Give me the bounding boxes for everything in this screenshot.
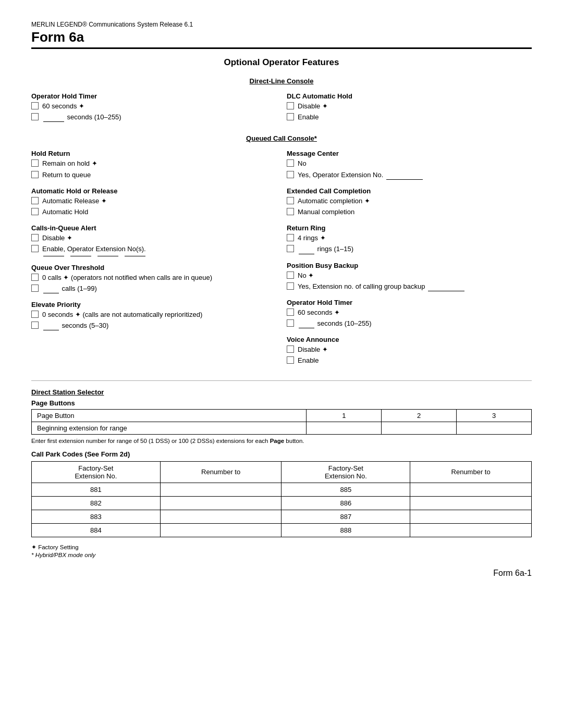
ep-checkbox-1[interactable] bbox=[31, 311, 39, 318]
pbb-no-checkbox[interactable] bbox=[287, 272, 294, 279]
blank-4 bbox=[125, 256, 145, 256]
return-ring-group: Return Ring 4 rings ✦ rings (1–15) bbox=[287, 224, 532, 254]
mc-no-checkbox[interactable] bbox=[287, 159, 294, 167]
va-enable-checkbox[interactable] bbox=[287, 356, 294, 364]
cp-ext-885: 885 bbox=[282, 483, 410, 496]
cp-renumber-882 bbox=[160, 496, 282, 510]
ecc-auto-checkbox[interactable] bbox=[287, 197, 294, 204]
rr-custom-checkbox[interactable] bbox=[287, 245, 294, 252]
cp-ext-881: 881 bbox=[32, 483, 161, 496]
oht2-group: Operator Hold Timer 60 seconds ✦ seconds… bbox=[287, 299, 532, 328]
cp-ext-886: 886 bbox=[282, 496, 410, 510]
va-disable-text: Disable ✦ bbox=[298, 345, 328, 354]
page-buttons-row-1: Page Button 1 2 3 bbox=[32, 409, 532, 422]
va-disable-item: Disable ✦ bbox=[287, 345, 532, 354]
cp-th-1: Factory-SetExtension No. bbox=[32, 461, 161, 483]
auto-hold-release-label: Automatic Hold or Release bbox=[31, 187, 271, 195]
calls-queue-alert-label: Calls-in-Queue Alert bbox=[31, 224, 271, 232]
ep-item-2: seconds (5–30) bbox=[31, 321, 271, 330]
oht2-checkbox-1[interactable] bbox=[287, 309, 294, 316]
qcc-right-col: Message Center No Yes, Operator Extensio… bbox=[282, 150, 532, 373]
elevate-priority-group: Elevate Priority 0 seconds ✦ (calls are … bbox=[31, 301, 271, 330]
oht2-text-2: seconds (10–255) bbox=[298, 319, 372, 328]
pb-col-1: 1 bbox=[307, 409, 382, 422]
cp-ext-883: 883 bbox=[32, 510, 161, 523]
hold-return-item-1: Remain on hold ✦ bbox=[31, 159, 271, 168]
oht-text-1: 60 seconds ✦ bbox=[42, 102, 84, 111]
oht-checkbox-2[interactable] bbox=[31, 113, 39, 120]
ecc-manual-item: Manual completion bbox=[287, 207, 532, 217]
dlc-disable-checkbox[interactable] bbox=[287, 102, 294, 109]
hold-return-checkbox-1[interactable] bbox=[31, 159, 39, 167]
cp-renumber-884 bbox=[160, 523, 282, 537]
rr-custom-item: rings (1–15) bbox=[287, 244, 532, 254]
cqa-disable-checkbox[interactable] bbox=[31, 234, 39, 241]
dlc-left-col: Operator Hold Timer 60 seconds ✦ seconds… bbox=[31, 92, 282, 129]
ecc-auto-item: Automatic completion ✦ bbox=[287, 196, 532, 206]
qot-checkbox-1[interactable] bbox=[31, 274, 39, 281]
cp-renumber-881 bbox=[160, 483, 282, 496]
oht-item-2: seconds (10–255) bbox=[31, 113, 271, 122]
ep-text-2: seconds (5–30) bbox=[42, 321, 108, 330]
operator-hold-timer-group: Operator Hold Timer 60 seconds ✦ seconds… bbox=[31, 92, 271, 122]
pb-col-label-1: Page Button bbox=[32, 409, 307, 422]
page-buttons-table: Page Button 1 2 3 Beginning extension fo… bbox=[31, 409, 532, 435]
factory-setting-note: ✦ Factory Setting bbox=[31, 544, 532, 551]
pb-ext-2 bbox=[382, 422, 457, 434]
pb-ext-3 bbox=[457, 422, 532, 434]
oht-text-2: seconds (10–255) bbox=[42, 113, 121, 122]
hold-return-text-2: Return to queue bbox=[42, 170, 91, 180]
pbb-yes-text: Yes, Extension no. of calling group back… bbox=[298, 282, 466, 291]
return-ring-label: Return Ring bbox=[287, 224, 532, 232]
cp-renumber-887 bbox=[410, 510, 532, 523]
extended-call-completion-group: Extended Call Completion Automatic compl… bbox=[287, 187, 532, 217]
hold-return-checkbox-2[interactable] bbox=[31, 171, 39, 178]
rr-4rings-checkbox[interactable] bbox=[287, 234, 294, 241]
pbb-yes-checkbox[interactable] bbox=[287, 282, 294, 290]
qot-checkbox-2[interactable] bbox=[31, 285, 39, 292]
operator-hold-timer-label: Operator Hold Timer bbox=[31, 92, 271, 100]
qcc-left-col: Hold Return Remain on hold ✦ Return to q… bbox=[31, 150, 282, 373]
auto-release-checkbox[interactable] bbox=[31, 197, 39, 204]
ep-checkbox-2[interactable] bbox=[31, 322, 39, 329]
cqa-enable-checkbox[interactable] bbox=[31, 245, 39, 252]
message-center-label: Message Center bbox=[287, 150, 532, 157]
mc-yes-checkbox[interactable] bbox=[287, 171, 294, 178]
oht2-item-1: 60 seconds ✦ bbox=[287, 308, 532, 317]
mc-no-text: No bbox=[298, 159, 307, 168]
oht2-text-1: 60 seconds ✦ bbox=[298, 308, 340, 317]
ecc-manual-checkbox[interactable] bbox=[287, 208, 294, 215]
call-park-row-4: 884 888 bbox=[32, 523, 532, 537]
va-enable-text: Enable bbox=[298, 356, 319, 365]
direct-station-selector-title: Direct Station Selector bbox=[31, 388, 532, 396]
mc-no-item: No bbox=[287, 159, 532, 168]
footer-notes: ✦ Factory Setting * Hybrid/PBX mode only bbox=[31, 544, 532, 558]
header-title: Form 6a bbox=[31, 29, 532, 45]
blank-2 bbox=[70, 256, 91, 256]
queue-over-threshold-group: Queue Over Threshold 0 calls ✦ (operator… bbox=[31, 264, 271, 293]
ep-item-1: 0 seconds ✦ (calls are not automatically… bbox=[31, 310, 271, 319]
auto-hold-checkbox[interactable] bbox=[31, 208, 39, 215]
page-title: Optional Operator Features bbox=[31, 57, 532, 68]
header-rule bbox=[31, 47, 532, 49]
cp-renumber-888 bbox=[410, 523, 532, 537]
calls-queue-alert-group: Calls-in-Queue Alert Disable ✦ Enable, O… bbox=[31, 224, 271, 256]
oht2-item-2: seconds (10–255) bbox=[287, 319, 532, 328]
oht2-checkbox-2[interactable] bbox=[287, 319, 294, 327]
voice-announce-group: Voice Announce Disable ✦ Enable bbox=[287, 336, 532, 365]
blank-1 bbox=[43, 256, 64, 256]
oht2-label: Operator Hold Timer bbox=[287, 299, 532, 306]
cp-ext-888: 888 bbox=[282, 523, 410, 537]
oht-checkbox-1[interactable] bbox=[31, 102, 39, 109]
mc-yes-item: Yes, Operator Extension No. bbox=[287, 170, 532, 180]
call-park-codes-table: Factory-SetExtension No. Renumber to Fac… bbox=[31, 461, 532, 537]
cp-th-4: Renumber to bbox=[410, 461, 532, 483]
elevate-priority-label: Elevate Priority bbox=[31, 301, 271, 309]
qot-text-2: calls (1–99) bbox=[42, 284, 97, 293]
dlc-right-col: DLC Automatic Hold Disable ✦ Enable bbox=[282, 92, 532, 129]
pbb-no-text: No ✦ bbox=[298, 271, 314, 280]
qot-item-2: calls (1–99) bbox=[31, 284, 271, 293]
va-disable-checkbox[interactable] bbox=[287, 346, 294, 353]
page-number: Form 6a-1 bbox=[493, 569, 532, 578]
dlc-enable-checkbox[interactable] bbox=[287, 113, 294, 120]
